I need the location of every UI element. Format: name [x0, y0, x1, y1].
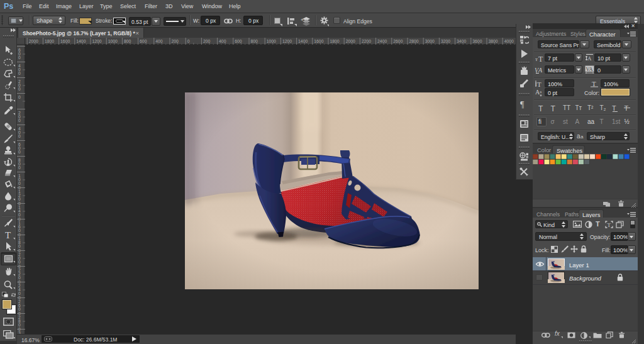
svg-text:2200: 2200: [362, 39, 371, 43]
svg-text:200: 200: [203, 39, 211, 43]
svg-text:400: 400: [219, 39, 226, 43]
svg-text:a: a: [540, 89, 542, 94]
svg-text:800: 800: [124, 39, 131, 43]
svg-text:T: T: [538, 55, 543, 62]
svg-text:200: 200: [172, 39, 179, 43]
svg-text:400: 400: [155, 39, 163, 43]
svg-text:1400: 1400: [76, 39, 86, 43]
svg-text:A: A: [538, 67, 543, 74]
svg-text:3800: 3800: [489, 39, 498, 43]
svg-text:0: 0: [18, 87, 21, 91]
svg-text:0: 0: [18, 165, 21, 170]
svg-text:2600: 2600: [393, 39, 402, 43]
svg-text:0: 0: [18, 150, 21, 154]
svg-text:T: T: [5, 230, 11, 240]
svg-text:VA: VA: [586, 66, 594, 72]
svg-text:1600: 1600: [60, 39, 70, 43]
svg-text:0: 0: [18, 134, 21, 138]
svg-text:0: 0: [18, 55, 21, 60]
svg-text:1400: 1400: [298, 39, 308, 43]
svg-text:800: 800: [251, 39, 258, 43]
svg-text:0: 0: [18, 118, 21, 123]
svg-text:T: T: [592, 80, 596, 87]
svg-text:3600: 3600: [472, 39, 482, 43]
svg-text:600: 600: [235, 39, 242, 43]
svg-text:¶: ¶: [520, 100, 525, 109]
svg-text:1600: 1600: [314, 39, 323, 43]
svg-text:2400: 2400: [377, 39, 387, 43]
svg-text:0: 0: [187, 39, 190, 43]
svg-text:1200: 1200: [282, 39, 292, 43]
svg-text:+: +: [301, 17, 304, 23]
svg-text:2000: 2000: [346, 39, 355, 43]
svg-text:1000: 1000: [108, 39, 118, 43]
svg-text:1000: 1000: [267, 39, 276, 43]
svg-text:4000: 4000: [504, 39, 514, 43]
svg-text:2800: 2800: [409, 39, 419, 43]
svg-text:A: A: [587, 55, 592, 62]
svg-text:1800: 1800: [45, 39, 54, 43]
svg-text:1800: 1800: [330, 39, 340, 43]
svg-text:0: 0: [18, 71, 21, 75]
svg-text:3400: 3400: [457, 39, 466, 43]
svg-text:ᴛ: ᴛ: [535, 56, 538, 62]
svg-text:0: 0: [18, 95, 21, 99]
svg-text:3200: 3200: [441, 39, 450, 43]
svg-text:2000: 2000: [29, 39, 38, 43]
svg-text:3000: 3000: [425, 39, 435, 43]
svg-text:T: T: [537, 80, 541, 87]
svg-text:600: 600: [140, 39, 147, 43]
svg-text:1200: 1200: [92, 39, 102, 43]
svg-text:T: T: [608, 222, 611, 228]
